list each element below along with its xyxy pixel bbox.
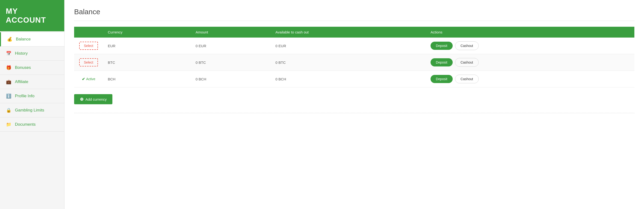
sidebar-item-gambling-limits[interactable]: 🔒Gambling Limits bbox=[0, 103, 64, 118]
sidebar: MY ACCOUNT 💰Balance📅History🎁Bonuses💼Affi… bbox=[0, 0, 64, 209]
col-header-available: Available to cash out bbox=[271, 27, 426, 38]
profile-info-icon: ℹ️ bbox=[6, 94, 12, 99]
row-2-cashout-button[interactable]: Cashout bbox=[455, 75, 479, 83]
sidebar-title: MY ACCOUNT bbox=[6, 7, 58, 24]
row-0-available: 0 EUR bbox=[271, 38, 426, 54]
top-divider bbox=[74, 21, 634, 21]
sidebar-nav: 💰Balance📅History🎁Bonuses💼Affiliateℹ️Prof… bbox=[0, 32, 64, 132]
gambling-limits-icon: 🔒 bbox=[6, 108, 12, 113]
row-1-available: 0 BTC bbox=[271, 54, 426, 71]
row-1-select-button[interactable]: Select bbox=[79, 58, 98, 66]
col-header-actions: Actions bbox=[426, 27, 634, 38]
documents-icon: 📁 bbox=[6, 122, 12, 127]
sidebar-item-balance[interactable]: 💰Balance bbox=[0, 32, 64, 46]
row-2-action-buttons: DepositCashout bbox=[430, 75, 630, 83]
sidebar-item-bonuses[interactable]: 🎁Bonuses bbox=[0, 61, 64, 75]
row-0-actions-cell: DepositCashout bbox=[426, 38, 634, 54]
row-0-deposit-button[interactable]: Deposit bbox=[430, 42, 452, 50]
bottom-divider bbox=[74, 113, 634, 113]
row-1-deposit-button[interactable]: Deposit bbox=[430, 58, 452, 66]
row-2-available: 0 BCH bbox=[271, 71, 426, 88]
row-2-selector-cell: ✔Active bbox=[74, 71, 103, 88]
row-0-currency: EUR bbox=[103, 38, 191, 54]
add-currency-button[interactable]: ⊕ Add currency bbox=[74, 94, 112, 104]
checkmark-icon: ✔ bbox=[82, 77, 85, 82]
row-0-cashout-button[interactable]: Cashout bbox=[455, 42, 479, 50]
main-content: Balance Currency Amount Available to cas… bbox=[64, 0, 644, 209]
plus-icon: ⊕ bbox=[80, 97, 84, 101]
balance-table-wrap: Currency Amount Available to cash out Ac… bbox=[74, 27, 634, 88]
table-row: SelectBTC0 BTC0 BTCDepositCashout bbox=[74, 54, 634, 71]
sidebar-item-label-balance: Balance bbox=[16, 37, 30, 42]
sidebar-item-label-bonuses: Bonuses bbox=[15, 65, 31, 70]
row-1-amount: 0 BTC bbox=[191, 54, 271, 71]
row-2-actions-cell: DepositCashout bbox=[426, 71, 634, 88]
add-currency-label: Add currency bbox=[86, 97, 106, 101]
col-header-amount: Amount bbox=[191, 27, 271, 38]
history-icon: 📅 bbox=[6, 51, 12, 56]
sidebar-item-profile-info[interactable]: ℹ️Profile Info bbox=[0, 89, 64, 103]
row-1-cashout-button[interactable]: Cashout bbox=[455, 58, 479, 67]
sidebar-item-history[interactable]: 📅History bbox=[0, 46, 64, 61]
sidebar-item-documents[interactable]: 📁Documents bbox=[0, 118, 64, 132]
balance-icon: 💰 bbox=[7, 36, 12, 42]
active-label: Active bbox=[86, 77, 95, 81]
row-2-currency: BCH bbox=[103, 71, 191, 88]
bonuses-icon: 🎁 bbox=[6, 65, 12, 70]
table-row: SelectEUR0 EUR0 EURDepositCashout bbox=[74, 38, 634, 54]
sidebar-item-label-gambling-limits: Gambling Limits bbox=[15, 108, 44, 113]
row-0-amount: 0 EUR bbox=[191, 38, 271, 54]
row-2-active-badge: ✔Active bbox=[79, 77, 98, 82]
sidebar-item-label-affiliate: Affiliate bbox=[15, 80, 28, 84]
table-header: Currency Amount Available to cash out Ac… bbox=[74, 27, 634, 38]
col-header-select bbox=[74, 27, 103, 38]
table-row: ✔ActiveBCH0 BCH0 BCHDepositCashout bbox=[74, 71, 634, 88]
row-2-amount: 0 BCH bbox=[191, 71, 271, 88]
table-body: SelectEUR0 EUR0 EURDepositCashoutSelectB… bbox=[74, 38, 634, 88]
col-header-currency: Currency bbox=[103, 27, 191, 38]
sidebar-item-label-history: History bbox=[15, 51, 28, 56]
balance-table: Currency Amount Available to cash out Ac… bbox=[74, 27, 634, 88]
affiliate-icon: 💼 bbox=[6, 79, 12, 84]
row-1-selector-cell: Select bbox=[74, 54, 103, 71]
sidebar-item-label-profile-info: Profile Info bbox=[15, 94, 34, 98]
sidebar-item-label-documents: Documents bbox=[15, 122, 36, 127]
page-title: Balance bbox=[74, 8, 634, 16]
row-0-selector-cell: Select bbox=[74, 38, 103, 54]
sidebar-item-affiliate[interactable]: 💼Affiliate bbox=[0, 75, 64, 89]
row-1-currency: BTC bbox=[103, 54, 191, 71]
row-1-action-buttons: DepositCashout bbox=[430, 58, 630, 67]
row-0-select-button[interactable]: Select bbox=[79, 42, 98, 50]
row-0-action-buttons: DepositCashout bbox=[430, 42, 630, 50]
row-2-deposit-button[interactable]: Deposit bbox=[430, 75, 452, 83]
sidebar-header: MY ACCOUNT bbox=[0, 0, 64, 31]
row-1-actions-cell: DepositCashout bbox=[426, 54, 634, 71]
